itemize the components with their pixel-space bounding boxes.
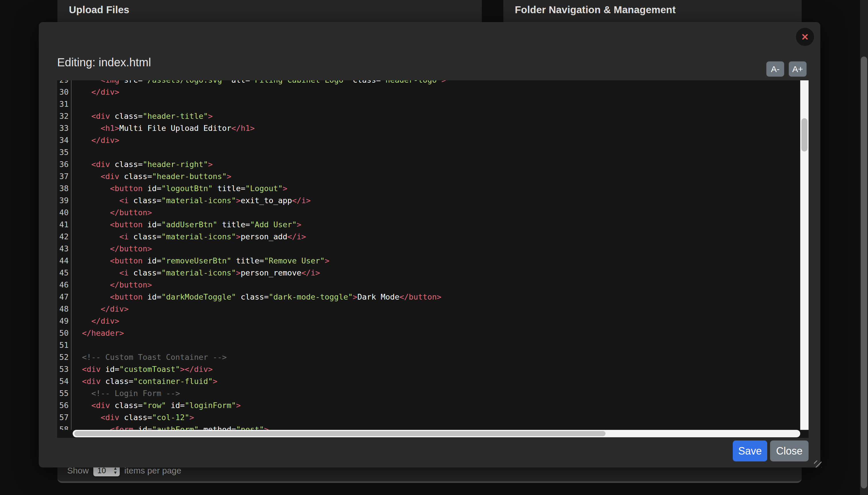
- line-number: 39: [57, 194, 71, 207]
- line-number: 45: [57, 267, 71, 279]
- line-number: 35: [57, 146, 71, 158]
- code-line: <h1>Multi File Upload Editor</h1>: [73, 122, 800, 134]
- vertical-scrollbar-thumb[interactable]: [801, 118, 807, 152]
- code-line: <div class="col-12">: [73, 411, 800, 424]
- line-number: 41: [57, 219, 71, 231]
- line-number: 55: [57, 387, 71, 399]
- line-number: 38: [57, 183, 71, 194]
- upload-files-title: Upload Files: [57, 0, 482, 16]
- code-line: <form id="authForm" method="post">: [73, 424, 800, 430]
- line-number: 32: [57, 110, 71, 122]
- line-number: 40: [57, 207, 71, 219]
- line-number: 42: [57, 231, 71, 243]
- font-decrease-button[interactable]: A-: [766, 62, 784, 76]
- code-editor-content[interactable]: <img src="/assets/logo.svg" alt="Filing …: [73, 80, 800, 430]
- line-number-gutter: 2930313233343536373839404142434445464748…: [57, 80, 71, 430]
- line-number: 36: [57, 158, 71, 170]
- save-button[interactable]: Save: [733, 441, 767, 461]
- line-number: 48: [57, 303, 71, 315]
- line-number: 51: [57, 339, 71, 351]
- code-line: <i class="material-icons">person_add</i>: [73, 231, 800, 243]
- close-button[interactable]: Close: [770, 441, 808, 461]
- code-line: <i class="material-icons">person_remove<…: [73, 267, 800, 279]
- line-number: 47: [57, 291, 71, 303]
- editor-vertical-scrollbar[interactable]: [800, 80, 808, 430]
- code-line: <div class="row" id="loginForm">: [73, 399, 800, 411]
- editor-horizontal-scrollbar[interactable]: [73, 430, 800, 437]
- line-number: 50: [57, 327, 71, 339]
- line-number: 44: [57, 255, 71, 267]
- code-line: <div class="header-right">: [73, 158, 800, 170]
- code-line: [73, 98, 800, 110]
- code-line: </button>: [73, 279, 800, 291]
- line-number: 31: [57, 98, 71, 110]
- code-line: <div class="header-buttons">: [73, 170, 800, 183]
- line-number: 46: [57, 279, 71, 291]
- horizontal-scrollbar-thumb[interactable]: [74, 431, 605, 436]
- line-number: 56: [57, 399, 71, 411]
- code-line: <button id="logoutBtn" title="Logout">: [73, 183, 800, 194]
- page-scrollbar-thumb[interactable]: [861, 56, 867, 489]
- code-line: [73, 339, 800, 351]
- folder-navigation-title: Folder Navigation & Management: [503, 0, 802, 16]
- line-number: 49: [57, 315, 71, 327]
- code-line: <i class="material-icons">exit_to_app</i…: [73, 194, 800, 207]
- page-scrollbar[interactable]: [860, 0, 868, 495]
- line-number: 29: [57, 80, 71, 86]
- resize-grip-icon[interactable]: [814, 461, 821, 467]
- line-number: 58: [57, 424, 71, 430]
- code-line: [73, 146, 800, 158]
- line-number: 53: [57, 363, 71, 375]
- font-increase-button[interactable]: A+: [789, 62, 806, 76]
- line-number: 52: [57, 351, 71, 363]
- code-line: <button id="darkModeToggle" class="dark-…: [73, 291, 800, 303]
- line-number: 54: [57, 375, 71, 387]
- code-line: </div>: [73, 134, 800, 146]
- line-number: 33: [57, 122, 71, 134]
- code-line: <div id="customToast"></div>: [73, 363, 800, 375]
- code-line: <button id="removeUserBtn" title="Remove…: [73, 255, 800, 267]
- edit-file-modal: Editing: index.html ✕ A- A+ 293031323334…: [39, 22, 820, 467]
- code-line: </div>: [73, 315, 800, 327]
- close-icon[interactable]: ✕: [796, 28, 814, 46]
- code-editor[interactable]: 2930313233343536373839404142434445464748…: [57, 80, 808, 438]
- code-line: </button>: [73, 243, 800, 255]
- code-line: <div class="container-fluid">: [73, 375, 800, 387]
- items-per-page-value: 10: [97, 466, 106, 475]
- code-line: </div>: [73, 86, 800, 98]
- code-line: <img src="/assets/logo.svg" alt="Filing …: [73, 80, 800, 86]
- code-line: <!-- Login Form -->: [73, 387, 800, 399]
- code-line: </header>: [73, 327, 800, 339]
- code-line: <!-- Custom Toast Container -->: [73, 351, 800, 363]
- code-line: </div>: [73, 303, 800, 315]
- line-number: 43: [57, 243, 71, 255]
- modal-title: Editing: index.html: [57, 56, 151, 69]
- code-line: <button id="addUserBtn" title="Add User"…: [73, 219, 800, 231]
- line-number: 57: [57, 411, 71, 424]
- line-number: 37: [57, 170, 71, 183]
- line-number: 34: [57, 134, 71, 146]
- line-number: 30: [57, 86, 71, 98]
- code-line: </button>: [73, 207, 800, 219]
- code-line: <div class="header-title">: [73, 110, 800, 122]
- font-size-controls: A- A+: [766, 62, 806, 76]
